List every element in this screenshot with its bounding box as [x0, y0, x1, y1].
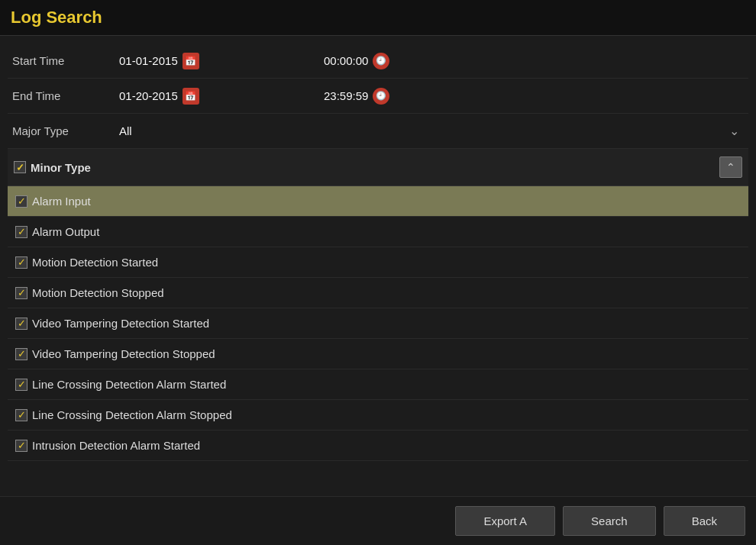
list-item[interactable]: ✓Intrusion Detection Alarm Started [8, 431, 748, 461]
minor-type-list: ✓Alarm Input✓Alarm Output✓Motion Detecti… [8, 186, 748, 496]
list-item-label: Motion Detection Started [32, 256, 158, 269]
list-item-checkbox[interactable]: ✓ [15, 379, 27, 391]
list-item[interactable]: ✓Motion Detection Stopped [8, 278, 748, 308]
end-date-calendar-icon[interactable]: 📅 [183, 88, 199, 105]
end-time-text: 23:59:59 [324, 89, 368, 102]
list-item-label: Motion Detection Stopped [32, 286, 164, 299]
start-date-field: 01-01-2015 📅 [119, 53, 318, 69]
list-item[interactable]: ✓Line Crossing Detection Alarm Stopped [8, 400, 748, 431]
minor-type-header-checkbox[interactable]: ✓ [14, 161, 26, 173]
list-item[interactable]: ✓Motion Detection Started [8, 247, 748, 278]
list-container[interactable]: ✓Alarm Input✓Alarm Output✓Motion Detecti… [8, 186, 748, 496]
list-item-label: Intrusion Detection Alarm Started [32, 439, 200, 452]
list-item-checkbox[interactable]: ✓ [15, 256, 27, 269]
minor-type-collapse-icon[interactable]: ⌃ [719, 156, 742, 178]
end-date-text: 01-20-2015 [119, 89, 178, 102]
export-button[interactable]: Export A [455, 506, 555, 536]
end-time-field: 23:59:59 🕘 [324, 88, 389, 105]
list-item-label: Line Crossing Detection Alarm Stopped [32, 408, 232, 421]
footer-bar: Export A Search Back [0, 496, 756, 545]
start-date-text: 01-01-2015 [119, 54, 178, 67]
list-item[interactable]: ✓Line Crossing Detection Alarm Started [8, 369, 748, 400]
end-time-row: End Time 01-20-2015 📅 23:59:59 🕘 [8, 79, 748, 114]
list-item-label: Video Tampering Detection Started [32, 317, 209, 330]
back-button[interactable]: Back [664, 506, 745, 536]
list-item[interactable]: ✓Video Tampering Detection Started [8, 308, 748, 339]
content-area: Start Time 01-01-2015 📅 00:00:00 🕘 End T… [0, 36, 756, 496]
list-item[interactable]: ✓Video Tampering Detection Stopped [8, 339, 748, 369]
list-item-label: Line Crossing Detection Alarm Started [32, 378, 226, 391]
major-type-row: Major Type All ⌄ [8, 114, 748, 149]
major-type-dropdown-icon[interactable]: ⌄ [725, 122, 744, 140]
title-bar: Log Search [0, 0, 756, 36]
list-item-label: Alarm Output [32, 225, 99, 238]
list-item-label: Video Tampering Detection Stopped [32, 347, 215, 360]
list-item-checkbox[interactable]: ✓ [15, 195, 27, 208]
list-item-checkbox[interactable]: ✓ [15, 409, 27, 421]
minor-type-header-content: ✓ Minor Type [14, 161, 91, 174]
list-item-checkbox[interactable]: ✓ [15, 226, 27, 238]
search-button[interactable]: Search [563, 506, 656, 536]
end-time-label: End Time [12, 89, 119, 102]
page-title: Log Search [11, 8, 745, 27]
list-item-checkbox[interactable]: ✓ [15, 348, 27, 360]
start-time-field: 00:00:00 🕘 [324, 53, 389, 69]
list-item-checkbox[interactable]: ✓ [15, 318, 27, 330]
app-container: Log Search Start Time 01-01-2015 📅 00:00… [0, 0, 756, 545]
start-time-clock-icon[interactable]: 🕘 [373, 53, 389, 69]
major-type-value: All [119, 124, 725, 137]
list-item-label: Alarm Input [32, 195, 91, 208]
list-item-checkbox[interactable]: ✓ [15, 440, 27, 452]
list-item-checkbox[interactable]: ✓ [15, 287, 27, 299]
end-date-field: 01-20-2015 📅 [119, 88, 318, 105]
end-time-value: 01-20-2015 📅 23:59:59 🕘 [119, 88, 389, 105]
minor-type-header-label: Minor Type [31, 161, 91, 174]
end-time-clock-icon[interactable]: 🕘 [373, 88, 389, 105]
start-date-calendar-icon[interactable]: 📅 [183, 53, 199, 69]
start-time-row: Start Time 01-01-2015 📅 00:00:00 🕘 [8, 44, 748, 79]
list-item[interactable]: ✓Alarm Output [8, 217, 748, 247]
minor-type-header: ✓ Minor Type ⌃ [8, 149, 748, 186]
start-time-text: 00:00:00 [324, 54, 368, 67]
list-item[interactable]: ✓Alarm Input [8, 186, 748, 217]
major-type-label: Major Type [12, 124, 119, 137]
start-time-value: 01-01-2015 📅 00:00:00 🕘 [119, 53, 389, 69]
start-time-label: Start Time [12, 54, 119, 67]
